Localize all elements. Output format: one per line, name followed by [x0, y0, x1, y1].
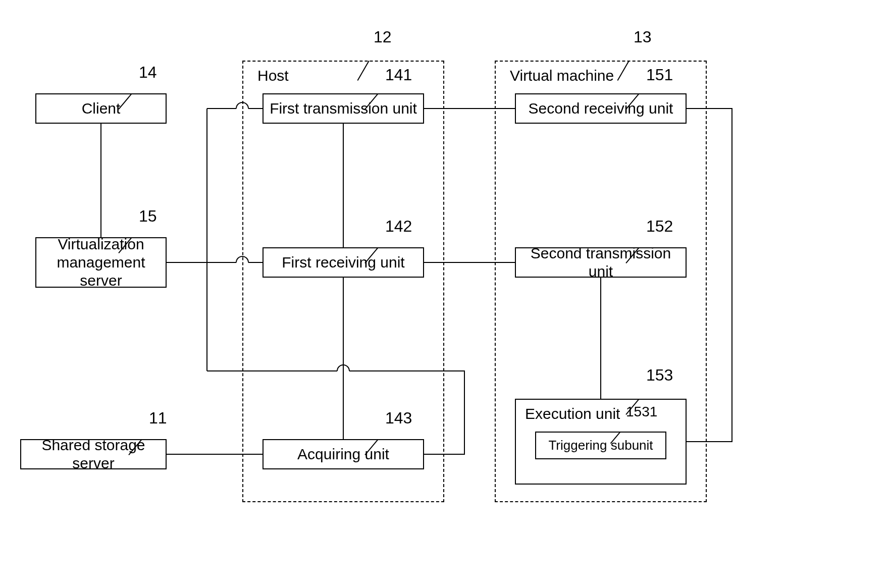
ref-142: 142	[385, 217, 412, 236]
first-rx-box: First receiving unit	[263, 247, 424, 278]
ref-14: 14	[139, 63, 157, 82]
ref-1531: 1531	[626, 404, 657, 420]
exec-label: Execution unit	[525, 405, 620, 423]
host-group	[242, 61, 444, 502]
ref-12: 12	[374, 28, 392, 46]
ref-141: 141	[385, 66, 412, 84]
client-label: Client	[82, 99, 121, 118]
ref-151: 151	[646, 66, 673, 84]
ref-15: 15	[139, 207, 157, 226]
first-tx-label: First transmission unit	[270, 99, 417, 118]
ref-153: 153	[646, 366, 673, 385]
second-rx-label: Second receiving unit	[529, 99, 673, 118]
vms-label: Virtualization management server	[39, 235, 163, 290]
vms-box: Virtualization management server	[35, 237, 167, 288]
first-rx-label: First receiving unit	[282, 253, 404, 272]
acquiring-box: Acquiring unit	[263, 439, 424, 469]
second-tx-box: Second transmission unit	[515, 247, 687, 278]
shared-storage-label: Shared storage server	[24, 436, 163, 472]
second-tx-label: Second transmission unit	[519, 244, 683, 281]
shared-storage-box: Shared storage server	[20, 439, 167, 469]
host-title: Host	[257, 67, 289, 84]
ref-143: 143	[385, 409, 412, 427]
diagram-canvas: Host Virtual machine Client Virtualizati…	[0, 0, 891, 588]
triggering-box: Triggering subunit	[535, 432, 666, 459]
first-tx-box: First transmission unit	[263, 93, 424, 124]
ref-152: 152	[646, 217, 673, 236]
client-box: Client	[35, 93, 167, 124]
vm-title: Virtual machine	[510, 67, 614, 84]
second-rx-box: Second receiving unit	[515, 93, 687, 124]
wiring	[0, 0, 891, 588]
ref-13: 13	[634, 28, 652, 46]
acquiring-label: Acquiring unit	[297, 445, 389, 463]
triggering-label: Triggering subunit	[548, 438, 653, 453]
ref-11: 11	[149, 409, 167, 427]
